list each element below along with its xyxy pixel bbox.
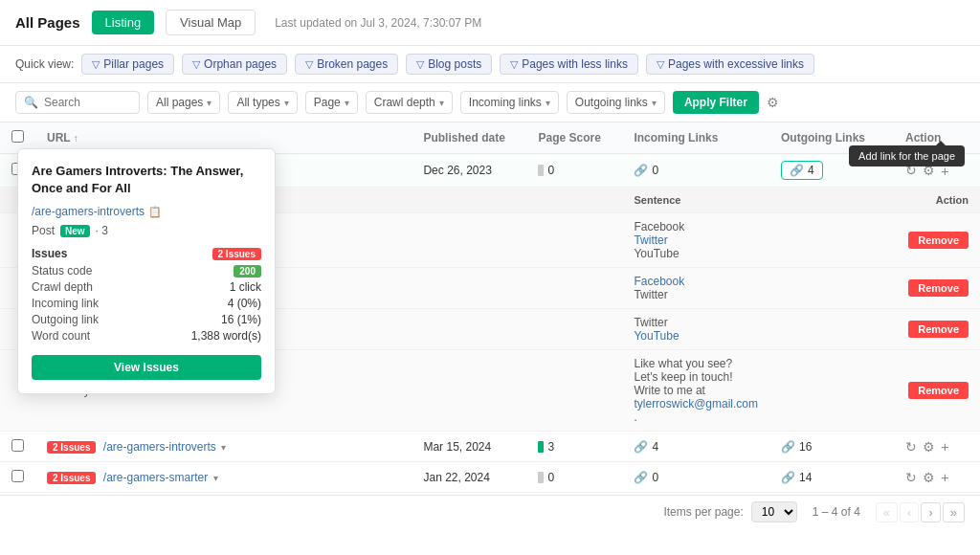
all-types-dropdown[interactable]: All types ▾ bbox=[228, 91, 297, 114]
next-page-button[interactable]: › bbox=[921, 502, 940, 522]
row-url-cell: 2 Issues /are-gamers-introverts ▾ bbox=[35, 432, 412, 462]
outgoing-link-icon: 🔗 bbox=[781, 440, 795, 454]
issue-badge[interactable]: 2 Issues bbox=[47, 472, 96, 484]
status-code-badge: 200 bbox=[234, 265, 261, 278]
filter-icon-broken: ▽ bbox=[305, 58, 313, 71]
tab-visual-map[interactable]: Visual Map bbox=[166, 10, 256, 35]
add-icon[interactable]: + bbox=[941, 469, 949, 485]
remove-button[interactable]: Remove bbox=[908, 279, 969, 297]
issue-badge[interactable]: 2 Issues bbox=[47, 441, 96, 454]
outgoing-link-icon: 🔗 bbox=[790, 164, 804, 177]
sort-icon: ↑ bbox=[74, 133, 78, 144]
filter-icon-excessive: ▽ bbox=[657, 58, 664, 71]
sub-col-action: Action bbox=[769, 188, 980, 213]
url-dropdown-icon[interactable]: ▾ bbox=[213, 473, 218, 483]
score-bar-icon bbox=[538, 472, 544, 483]
add-icon[interactable]: + bbox=[941, 438, 949, 455]
row-action-cell: ↻⚙+ bbox=[894, 432, 980, 462]
score-bar-icon bbox=[538, 441, 544, 453]
page-nav: « ‹ › » bbox=[876, 502, 965, 522]
link-action-icon[interactable]: ⚙ bbox=[923, 439, 935, 455]
search-box: 🔍 bbox=[15, 91, 140, 114]
copy-icon[interactable]: 📋 bbox=[148, 206, 162, 218]
page-details-popup: Are Gamers Introverts: The Answer, Once … bbox=[17, 148, 276, 394]
issues-label: Issues bbox=[32, 247, 67, 260]
twitter-link[interactable]: Twitter bbox=[634, 233, 667, 247]
popup-title: Are Gamers Introverts: The Answer, Once … bbox=[32, 163, 261, 197]
row-date-cell: Mar 15, 2024 bbox=[412, 432, 526, 462]
chevron-down-icon: ▾ bbox=[207, 98, 212, 108]
filter-bar: 🔍 All pages ▾ All types ▾ Page ▾ Crawl d… bbox=[0, 83, 980, 122]
popup-version: · 3 bbox=[96, 224, 108, 237]
link-action-icon[interactable]: ⚙ bbox=[923, 470, 935, 485]
row-date-cell: Dec 26, 2023 bbox=[412, 154, 526, 188]
outgoing-links-dropdown[interactable]: Outgoing links ▾ bbox=[567, 91, 665, 114]
row-action-cell: ↻⚙+ bbox=[894, 462, 980, 493]
per-page-select[interactable]: 10 25 50 bbox=[751, 501, 797, 522]
tab-listing[interactable]: Listing bbox=[92, 11, 155, 34]
chevron-down-icon: ▾ bbox=[345, 98, 349, 108]
popup-wordcount-row: Word count 1,388 word(s) bbox=[32, 329, 261, 343]
chevron-down-icon: ▾ bbox=[284, 98, 289, 108]
pagination: Items per page: 10 25 50 1 – 4 of 4 « ‹ … bbox=[0, 495, 980, 528]
table-row: 2 Issues /are-gamers-smarter ▾ Jan 22, 2… bbox=[0, 462, 980, 493]
popup-incoming-row: Incoming link 4 (0%) bbox=[32, 297, 261, 310]
crawl-depth-dropdown[interactable]: Crawl depth ▾ bbox=[366, 91, 453, 114]
link-icon: 🔗 bbox=[634, 164, 648, 177]
chevron-down-icon: ▾ bbox=[546, 98, 550, 108]
remove-button[interactable]: Remove bbox=[908, 232, 969, 249]
col-header-date: Published date bbox=[412, 122, 526, 154]
last-page-button[interactable]: » bbox=[943, 502, 965, 522]
popup-slug[interactable]: /are-gamers-introverts 📋 bbox=[32, 205, 261, 218]
incoming-links-dropdown[interactable]: Incoming links ▾ bbox=[460, 91, 559, 114]
page-dropdown[interactable]: Page ▾ bbox=[305, 91, 358, 114]
prev-page-button[interactable]: ‹ bbox=[900, 502, 919, 522]
youtube-link[interactable]: YouTube bbox=[634, 329, 679, 343]
items-per-page-label: Items per page: bbox=[663, 505, 743, 519]
url-link[interactable]: /are-gamers-introverts bbox=[103, 440, 216, 454]
qv-pillar-pages[interactable]: ▽ Pillar pages bbox=[81, 54, 174, 75]
score-bar-icon bbox=[538, 165, 544, 176]
filter-clear-icon[interactable]: ⚙ bbox=[767, 95, 779, 110]
table-row: 2 Issues /are-gamers-introverts ▾ Mar 15… bbox=[0, 432, 980, 462]
popup-post-row: Post New · 3 bbox=[32, 224, 261, 237]
email-link[interactable]: tylerroswick@gmail.com bbox=[634, 397, 758, 411]
search-icon: 🔍 bbox=[24, 96, 38, 109]
select-all-checkbox[interactable] bbox=[11, 130, 24, 143]
add-link-tooltip: Add link for the page bbox=[849, 145, 965, 166]
first-page-button[interactable]: « bbox=[876, 502, 898, 522]
row-incoming-cell: 🔗 0 bbox=[622, 154, 769, 188]
search-input[interactable] bbox=[44, 96, 130, 109]
remove-button[interactable]: Remove bbox=[908, 382, 969, 399]
row-checkbox[interactable] bbox=[11, 439, 24, 452]
refresh-icon[interactable]: ↻ bbox=[905, 470, 917, 485]
apply-filter-button[interactable]: Apply Filter bbox=[673, 91, 759, 114]
remove-button[interactable]: Remove bbox=[908, 321, 969, 338]
issues-count-badge: 2 Issues bbox=[212, 248, 261, 260]
refresh-icon[interactable]: ↻ bbox=[905, 439, 917, 455]
facebook-link[interactable]: Facebook bbox=[634, 275, 684, 288]
link-icon: 🔗 bbox=[634, 440, 648, 454]
qv-less-links[interactable]: ▽ Pages with less links bbox=[500, 54, 638, 75]
qv-blog-posts[interactable]: ▽ Blog posts bbox=[406, 54, 492, 75]
col-header-score: Page Score bbox=[526, 122, 622, 154]
row-score-cell: 3 bbox=[526, 432, 622, 462]
row-outgoing-cell: 🔗16 bbox=[769, 432, 894, 462]
all-pages-dropdown[interactable]: All pages ▾ bbox=[147, 91, 220, 114]
url-dropdown-icon[interactable]: ▾ bbox=[221, 442, 226, 453]
popup-overlay: Are Gamers Introverts: The Answer, Once … bbox=[17, 148, 276, 394]
filter-icon-pillar: ▽ bbox=[92, 58, 100, 71]
row-checkbox-cell bbox=[0, 462, 35, 493]
url-link[interactable]: /are-gamers-smarter bbox=[103, 471, 208, 484]
qv-orphan-pages[interactable]: ▽ Orphan pages bbox=[182, 54, 287, 75]
qv-broken-pages[interactable]: ▽ Broken pages bbox=[295, 54, 398, 75]
page-info: 1 – 4 of 4 bbox=[813, 505, 860, 519]
qv-excessive-links[interactable]: ▽ Pages with excessive links bbox=[646, 54, 814, 75]
popup-outgoing-row: Outgoing link 16 (1%) bbox=[32, 313, 261, 326]
row-checkbox[interactable] bbox=[11, 470, 24, 482]
sub-col-sentence: Sentence bbox=[622, 188, 769, 213]
view-issues-button[interactable]: View Issues bbox=[32, 355, 261, 380]
filter-icon-orphan: ▽ bbox=[192, 58, 200, 71]
row-score-cell: 0 bbox=[526, 462, 622, 493]
quick-view-label: Quick view: bbox=[15, 57, 74, 71]
